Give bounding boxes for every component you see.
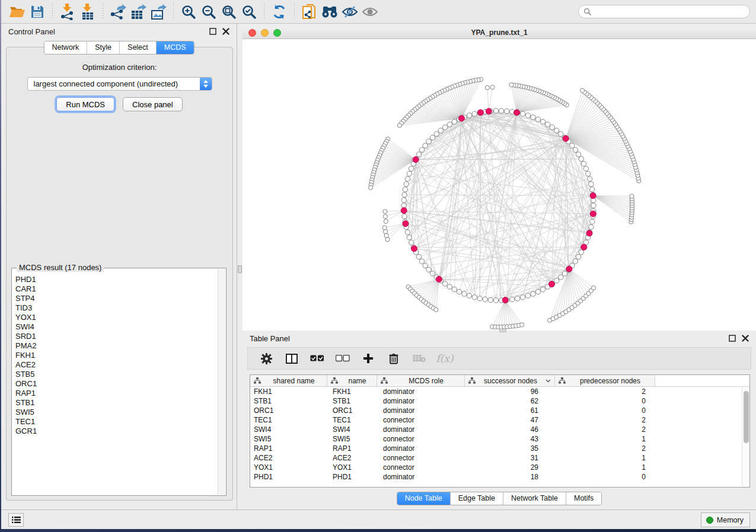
application-window: Control Panel NetworkStyleSelectMCDS Opt… [1,0,756,529]
table-cell: dominator [377,406,465,415]
show-column-button[interactable] [283,350,301,367]
tab-select[interactable]: Select [120,41,157,54]
hide-graphics-details-button[interactable] [340,2,360,21]
column-header-name[interactable]: name [327,375,377,386]
run-mcds-button[interactable]: Run MCDS [56,97,114,111]
mcds-result-item[interactable]: TID3 [15,303,218,313]
mcds-result-item[interactable]: PHD1 [15,275,218,284]
mcds-result-item[interactable]: SWI4 [15,322,218,332]
column-header-MCDS-role[interactable]: MCDS role [377,375,465,386]
table-scrollbar[interactable] [742,387,749,486]
export-network-button[interactable] [108,2,128,21]
search-input[interactable] [591,8,745,16]
mcds-result-item[interactable]: SWI5 [15,408,218,417]
task-history-button[interactable] [8,513,24,527]
table-row[interactable]: YOX1YOX1connector291 [250,463,749,472]
table-row[interactable]: TEC1TEC1connector472 [250,415,749,425]
find-button[interactable] [320,2,340,21]
control-panel-title: Control Panel [8,27,55,36]
table-row[interactable]: SWI5SWI5connector431 [250,434,749,444]
import-table-button[interactable] [78,2,98,21]
apply-layout-button[interactable] [269,2,289,21]
show-graphics-details-button[interactable] [360,2,380,21]
new-network-from-selection-button[interactable] [299,2,320,21]
column-header-successor-nodes[interactable]: successor nodes [465,375,555,386]
list-icon [12,516,21,524]
binoculars-icon [321,5,339,19]
table-cell: YOX1 [327,463,377,472]
zoom-in-button[interactable] [178,2,199,21]
table-scrollbar-thumb[interactable] [744,391,749,443]
close-panel-button[interactable]: Close panel [123,97,183,111]
mcds-result-item[interactable]: YOX1 [15,313,218,322]
mcds-result-item[interactable]: ORC1 [15,379,218,389]
mcds-result-item[interactable]: STP4 [15,294,218,303]
mcds-result-item[interactable]: ACE2 [15,360,218,370]
table-cell: FKH1 [250,387,327,396]
export-network-icon [110,4,126,20]
criterion-select[interactable]: largest connected component (undirected) [27,77,212,91]
search-field[interactable] [578,5,750,18]
table-cell: TEC1 [327,415,377,425]
minimize-window-icon[interactable] [261,29,269,37]
close-panel-icon[interactable] [222,28,229,35]
attribute-type-icon [468,377,476,384]
create-column-button[interactable] [359,350,377,367]
tab-edge-table[interactable]: Edge Table [451,492,503,505]
search-icon [583,8,591,15]
deselect-all-rows-button[interactable] [334,350,352,367]
mcds-result-item[interactable]: PMA2 [15,341,218,351]
float-table-panel-icon[interactable] [729,335,736,342]
mcds-result-item[interactable]: SRD1 [15,332,218,341]
panel-splitter[interactable] [237,24,243,509]
float-panel-icon[interactable] [209,28,216,35]
memory-button[interactable]: Memory [701,512,750,527]
maximize-window-icon[interactable] [273,29,281,37]
table-row[interactable]: ACE2ACE2connector311 [250,453,749,463]
column-header-predecessor-nodes[interactable]: predecessor nodes [555,375,655,386]
table-row[interactable]: STB1STB1dominator620 [250,396,749,406]
table-settings-button[interactable] [257,350,275,367]
table-cell: 0 [555,472,655,482]
mcds-result-item[interactable]: GCR1 [15,427,218,436]
close-table-panel-icon[interactable] [742,335,749,342]
tab-mcds[interactable]: MCDS [157,41,194,54]
export-table-button[interactable] [128,2,148,21]
close-window-icon[interactable] [248,29,256,37]
tab-network[interactable]: Network [44,41,87,54]
save-session-button[interactable] [27,2,47,21]
mcds-result-item[interactable]: TEC1 [15,417,218,427]
network-canvas[interactable] [243,39,756,331]
select-all-rows-button[interactable] [308,350,326,367]
tab-network-table[interactable]: Network Table [503,492,566,505]
mcds-result-item[interactable]: FKH1 [15,351,218,360]
import-network-icon [60,4,75,20]
table-row[interactable]: RAP1RAP1dominator352 [250,444,749,453]
table-row[interactable]: PHD1PHD1dominator180 [250,472,749,482]
network-graph[interactable] [243,39,756,331]
table-row[interactable]: SWI4SWI4dominator462 [250,425,749,434]
network-view-window: YPA_prune.txt_1 [243,27,756,331]
mcds-result-item[interactable]: STB5 [15,370,218,379]
table-cell: ACE2 [250,453,327,463]
result-list-scrollbar[interactable] [218,269,225,495]
tab-motifs[interactable]: Motifs [566,492,601,505]
mcds-result-item[interactable]: STB1 [15,398,218,408]
splitter-handle[interactable] [238,265,242,273]
zoom-fit-button[interactable] [219,2,239,21]
table-row[interactable]: FKH1FKH1dominator962 [250,387,749,396]
import-network-button[interactable] [58,2,78,21]
tab-node-table[interactable]: Node Table [397,492,451,505]
mcds-result-item[interactable]: RAP1 [15,389,218,398]
column-header-shared-name[interactable]: shared name [250,375,327,386]
table-cell: 1 [555,434,655,444]
toolbar-separator [52,4,53,20]
delete-column-button[interactable] [385,350,403,367]
open-file-button[interactable] [7,2,27,21]
zoom-out-button[interactable] [199,2,219,21]
tab-style[interactable]: Style [87,41,120,54]
mcds-result-item[interactable]: CAR1 [15,284,218,294]
table-row[interactable]: ORC1ORC1dominator610 [250,406,749,415]
export-image-button[interactable] [148,2,168,21]
zoom-selected-button[interactable] [239,2,259,21]
